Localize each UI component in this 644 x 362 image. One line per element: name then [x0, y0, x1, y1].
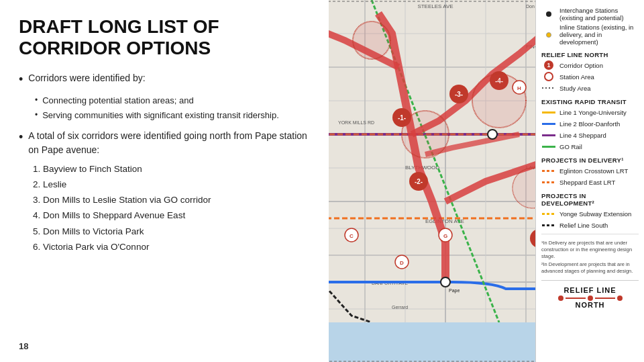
- sheppard-lrt-label: Sheppard East LRT: [559, 179, 615, 186]
- list-item: Don Mills to Victoria Park: [43, 225, 310, 238]
- bullet-dot-2: •: [19, 129, 23, 146]
- bullet-item-1b: • Serving communities with significant e…: [35, 109, 310, 122]
- line2-label: Line 2 Bloor-Danforth: [559, 120, 620, 128]
- go-icon: [541, 142, 556, 151]
- line1-label: Line 1 Yonge-University: [559, 109, 627, 116]
- legend-station-area: Station Area: [541, 72, 639, 81]
- corridor-option-label: Corridor Option: [559, 62, 603, 69]
- legend-line4: Line 4 Sheppard: [541, 130, 639, 140]
- svg-point-77: [402, 111, 449, 158]
- bullet-item-1: • Corridors were identified by:: [19, 71, 310, 88]
- svg-text:Gerrard: Gerrard: [392, 305, 408, 310]
- list-item: Leslie: [43, 178, 310, 191]
- study-area-label: Study Area: [559, 85, 590, 92]
- legend-line1: Line 1 Yonge-University: [541, 107, 639, 117]
- go-label: GO Rail: [559, 143, 582, 150]
- list-item: Don Mills to Sheppard Avenue East: [43, 209, 310, 222]
- legend-relief-south: Relief Line South: [541, 220, 639, 230]
- station-area-label: Station Area: [559, 73, 594, 81]
- interchange-icon: [541, 9, 556, 19]
- inline-icon: [541, 30, 556, 40]
- svg-point-76: [353, 21, 390, 59]
- interchange-label: Interchange Stations (existing and poten…: [559, 7, 639, 21]
- legend-eglinton: Eglinton Crosstown LRT: [541, 166, 639, 175]
- line4-icon: [541, 130, 556, 140]
- page-number: 18: [19, 334, 310, 351]
- svg-rect-90: [329, 322, 535, 362]
- study-area-icon: [541, 83, 556, 93]
- relief-south-label: Relief Line South: [559, 222, 608, 229]
- main-title: DRAFT LONG LIST OF CORRIDOR OPTIONS: [19, 16, 310, 59]
- svg-text:Pape: Pape: [449, 288, 460, 293]
- svg-point-63: [441, 277, 450, 287]
- bullet-text-1a: Connecting potential station areas; and: [42, 94, 194, 107]
- svg-text:STEELES AVE: STEELES AVE: [417, 3, 453, 9]
- notes-text-1: ¹In Delivery are projects that are under…: [541, 240, 639, 259]
- projects-development-title: PROJECTS IN DEVELOPMENT²: [541, 192, 639, 207]
- projects-delivery-title: PROJECTS IN DELIVERY¹: [541, 156, 639, 164]
- notes-text-2: ²In Development are projects that are in…: [541, 261, 639, 275]
- legend-go: GO Rail: [541, 142, 639, 151]
- bullet-dot-1: •: [19, 71, 23, 88]
- legend-sheppard-lrt: Sheppard East LRT: [541, 177, 639, 187]
- bullet-dot-1b: •: [35, 109, 38, 122]
- legend-study-area: Study Area: [541, 83, 639, 93]
- map-container: STEELES AVE BAYVIEW AVE SHEPPARD AVE She…: [329, 0, 535, 362]
- svg-point-64: [488, 130, 497, 139]
- legend-line2: Line 2 Bloor-Danforth: [541, 119, 639, 128]
- line1-icon: [541, 107, 556, 117]
- svg-text:YORK MILLS RD: YORK MILLS RD: [338, 120, 374, 125]
- logo-text-line1: RELIEF LINE: [541, 286, 639, 294]
- svg-text:G: G: [443, 233, 447, 239]
- relief-line-logo: RELIEF LINE NORTH: [541, 280, 639, 309]
- logo-text-line2: NORTH: [541, 301, 639, 309]
- svg-text:C: C: [350, 233, 354, 239]
- left-panel: DRAFT LONG LIST OF CORRIDOR OPTIONS • Co…: [0, 0, 329, 362]
- relief-line-north-title: RELIEF LINE NORTH: [541, 51, 639, 58]
- existing-rapid-transit-title: EXISTING RAPID TRANSIT: [541, 98, 639, 105]
- line2-icon: [541, 119, 556, 128]
- legend-interchange: Interchange Stations (existing and poten…: [541, 7, 639, 21]
- eglinton-label: Eglinton Crosstown LRT: [559, 167, 628, 175]
- circle-black: [546, 11, 551, 17]
- right-panel: STEELES AVE BAYVIEW AVE SHEPPARD AVE She…: [329, 0, 644, 362]
- content-body: • Corridors were identified by: • Connec…: [19, 71, 310, 256]
- bullet-text-2: A total of six corridors were identified…: [28, 129, 310, 157]
- list-item: Bayview to Finch Station: [43, 163, 310, 176]
- list-item: Don Mills to Leslie Station via GO corri…: [43, 193, 310, 207]
- list-item: Victoria Park via O'Connor: [43, 240, 310, 254]
- corridor-option-icon: 1: [541, 60, 556, 70]
- svg-text:D: D: [400, 260, 404, 266]
- svg-text:-1-: -1-: [398, 114, 406, 122]
- yonge-ext-icon: [541, 209, 556, 218]
- line4-label: Line 4 Sheppard: [559, 132, 606, 139]
- relief-south-icon: [541, 220, 556, 230]
- svg-text:-3-: -3-: [455, 91, 463, 98]
- legend-inline: Inline Stations (existing, in delivery, …: [541, 24, 639, 46]
- eglinton-icon: [541, 166, 556, 175]
- sheppard-lrt-icon: [541, 177, 556, 187]
- map-svg: STEELES AVE BAYVIEW AVE SHEPPARD AVE She…: [329, 0, 535, 362]
- bullet-item-2: • A total of six corridors were identifi…: [19, 129, 310, 157]
- inline-label: Inline Stations (existing, in delivery, …: [559, 24, 639, 46]
- svg-text:H: H: [517, 85, 521, 91]
- yonge-ext-label: Yonge Subway Extension: [559, 210, 631, 218]
- station-area-icon: [541, 72, 556, 81]
- svg-text:Don Mills: Don Mills: [526, 4, 535, 9]
- legend-corridor-option: 1 Corridor Option: [541, 60, 639, 70]
- bullet-text-1b: Serving communities with significant exi…: [42, 109, 279, 122]
- bullet-dot-1a: •: [35, 94, 38, 107]
- bullet-item-1a: • Connecting potential station areas; an…: [35, 94, 310, 107]
- legend-panel: Interchange Stations (existing and poten…: [535, 0, 644, 362]
- legend-yonge-ext: Yonge Subway Extension: [541, 209, 639, 218]
- bullet-text-1: Corridors were identified by:: [28, 71, 145, 85]
- svg-text:-2-: -2-: [415, 178, 423, 185]
- numbered-list: Bayview to Finch StationLeslieDon Mills …: [43, 163, 310, 255]
- circle-yellow: [546, 32, 551, 38]
